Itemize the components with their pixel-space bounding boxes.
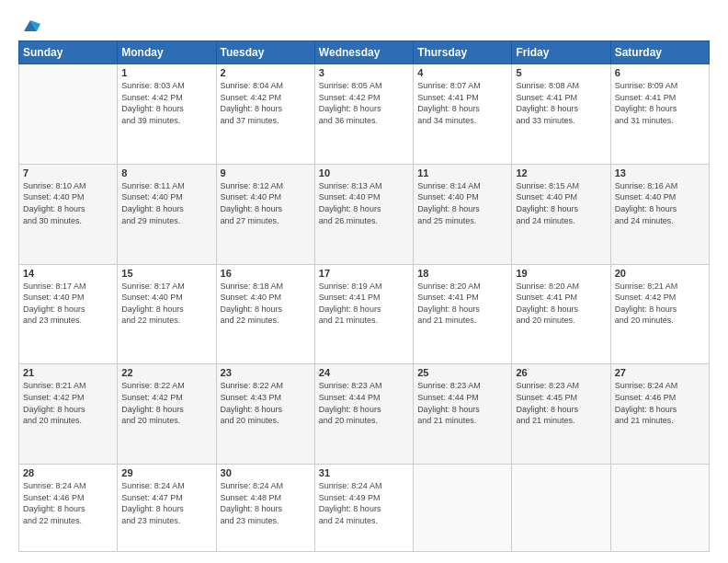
day-header-monday: Monday xyxy=(118,41,216,64)
calendar-week-row: 28Sunrise: 8:24 AM Sunset: 4:46 PM Dayli… xyxy=(19,465,710,552)
calendar-cell: 3Sunrise: 8:05 AM Sunset: 4:42 PM Daylig… xyxy=(314,64,413,165)
day-header-sunday: Sunday xyxy=(19,41,118,64)
day-info: Sunrise: 8:04 AM Sunset: 4:42 PM Dayligh… xyxy=(221,80,311,126)
day-number: 5 xyxy=(516,67,606,78)
day-number: 13 xyxy=(615,167,705,178)
day-info: Sunrise: 8:24 AM Sunset: 4:48 PM Dayligh… xyxy=(221,480,311,526)
calendar-cell: 31Sunrise: 8:24 AM Sunset: 4:49 PM Dayli… xyxy=(314,465,413,552)
calendar-cell: 4Sunrise: 8:07 AM Sunset: 4:41 PM Daylig… xyxy=(414,64,512,165)
day-number: 24 xyxy=(319,367,409,378)
day-info: Sunrise: 8:24 AM Sunset: 4:46 PM Dayligh… xyxy=(615,380,705,426)
calendar-cell: 27Sunrise: 8:24 AM Sunset: 4:46 PM Dayli… xyxy=(610,364,709,465)
day-info: Sunrise: 8:21 AM Sunset: 4:42 PM Dayligh… xyxy=(23,380,113,426)
day-number: 8 xyxy=(121,167,211,178)
calendar-header-row: SundayMondayTuesdayWednesdayThursdayFrid… xyxy=(19,41,710,64)
day-info: Sunrise: 8:10 AM Sunset: 4:40 PM Dayligh… xyxy=(23,180,113,226)
day-info: Sunrise: 8:15 AM Sunset: 4:40 PM Dayligh… xyxy=(516,180,606,226)
calendar-week-row: 14Sunrise: 8:17 AM Sunset: 4:40 PM Dayli… xyxy=(19,264,710,364)
calendar-cell: 6Sunrise: 8:09 AM Sunset: 4:41 PM Daylig… xyxy=(610,64,709,165)
day-info: Sunrise: 8:19 AM Sunset: 4:41 PM Dayligh… xyxy=(319,281,409,327)
day-number: 15 xyxy=(121,268,211,279)
calendar-week-row: 1Sunrise: 8:03 AM Sunset: 4:42 PM Daylig… xyxy=(19,64,710,165)
calendar-cell: 8Sunrise: 8:11 AM Sunset: 4:40 PM Daylig… xyxy=(118,164,216,264)
day-info: Sunrise: 8:03 AM Sunset: 4:42 PM Dayligh… xyxy=(121,80,211,126)
day-number: 9 xyxy=(221,167,311,178)
day-info: Sunrise: 8:24 AM Sunset: 4:49 PM Dayligh… xyxy=(319,480,409,526)
day-info: Sunrise: 8:05 AM Sunset: 4:42 PM Dayligh… xyxy=(319,80,409,126)
header xyxy=(18,15,710,31)
day-number: 25 xyxy=(417,367,507,378)
day-number: 7 xyxy=(23,167,113,178)
day-header-wednesday: Wednesday xyxy=(314,41,413,64)
calendar-cell: 10Sunrise: 8:13 AM Sunset: 4:40 PM Dayli… xyxy=(314,164,413,264)
day-number: 14 xyxy=(23,268,113,279)
calendar-cell: 2Sunrise: 8:04 AM Sunset: 4:42 PM Daylig… xyxy=(216,64,314,165)
day-info: Sunrise: 8:16 AM Sunset: 4:40 PM Dayligh… xyxy=(615,180,705,226)
day-header-thursday: Thursday xyxy=(414,41,512,64)
day-number: 2 xyxy=(221,67,311,78)
day-number: 26 xyxy=(516,367,606,378)
calendar-cell: 30Sunrise: 8:24 AM Sunset: 4:48 PM Dayli… xyxy=(216,465,314,552)
day-info: Sunrise: 8:12 AM Sunset: 4:40 PM Dayligh… xyxy=(221,180,311,226)
day-info: Sunrise: 8:07 AM Sunset: 4:41 PM Dayligh… xyxy=(417,80,507,126)
day-number: 29 xyxy=(121,467,211,478)
calendar-cell: 9Sunrise: 8:12 AM Sunset: 4:40 PM Daylig… xyxy=(216,164,314,264)
day-info: Sunrise: 8:14 AM Sunset: 4:40 PM Dayligh… xyxy=(417,180,507,226)
calendar-week-row: 21Sunrise: 8:21 AM Sunset: 4:42 PM Dayli… xyxy=(19,364,710,465)
calendar-cell: 22Sunrise: 8:22 AM Sunset: 4:42 PM Dayli… xyxy=(118,364,216,465)
calendar-cell: 12Sunrise: 8:15 AM Sunset: 4:40 PM Dayli… xyxy=(512,164,610,264)
day-number: 11 xyxy=(417,167,507,178)
day-number: 17 xyxy=(319,268,409,279)
calendar-cell: 28Sunrise: 8:24 AM Sunset: 4:46 PM Dayli… xyxy=(19,465,118,552)
calendar-cell: 15Sunrise: 8:17 AM Sunset: 4:40 PM Dayli… xyxy=(118,264,216,364)
day-info: Sunrise: 8:20 AM Sunset: 4:41 PM Dayligh… xyxy=(417,281,507,327)
day-info: Sunrise: 8:22 AM Sunset: 4:42 PM Dayligh… xyxy=(121,380,211,426)
day-info: Sunrise: 8:13 AM Sunset: 4:40 PM Dayligh… xyxy=(319,180,409,226)
calendar-cell: 16Sunrise: 8:18 AM Sunset: 4:40 PM Dayli… xyxy=(216,264,314,364)
calendar-cell xyxy=(414,465,512,552)
day-number: 27 xyxy=(615,367,705,378)
day-header-tuesday: Tuesday xyxy=(216,41,314,64)
day-number: 18 xyxy=(417,268,507,279)
day-number: 19 xyxy=(516,268,606,279)
day-number: 4 xyxy=(417,67,507,78)
calendar-cell xyxy=(610,465,709,552)
day-info: Sunrise: 8:21 AM Sunset: 4:42 PM Dayligh… xyxy=(615,281,705,327)
calendar-cell: 21Sunrise: 8:21 AM Sunset: 4:42 PM Dayli… xyxy=(19,364,118,465)
day-number: 16 xyxy=(221,268,311,279)
day-info: Sunrise: 8:23 AM Sunset: 4:45 PM Dayligh… xyxy=(516,380,606,426)
calendar-cell: 26Sunrise: 8:23 AM Sunset: 4:45 PM Dayli… xyxy=(512,364,610,465)
day-number: 23 xyxy=(221,367,311,378)
day-info: Sunrise: 8:09 AM Sunset: 4:41 PM Dayligh… xyxy=(615,80,705,126)
calendar-cell: 23Sunrise: 8:22 AM Sunset: 4:43 PM Dayli… xyxy=(216,364,314,465)
day-number: 20 xyxy=(615,268,705,279)
day-number: 21 xyxy=(23,367,113,378)
day-info: Sunrise: 8:08 AM Sunset: 4:41 PM Dayligh… xyxy=(516,80,606,126)
calendar-cell xyxy=(512,465,610,552)
day-header-friday: Friday xyxy=(512,41,610,64)
day-number: 1 xyxy=(121,67,211,78)
day-info: Sunrise: 8:20 AM Sunset: 4:41 PM Dayligh… xyxy=(516,281,606,327)
day-number: 22 xyxy=(121,367,211,378)
calendar-cell: 1Sunrise: 8:03 AM Sunset: 4:42 PM Daylig… xyxy=(118,64,216,165)
day-info: Sunrise: 8:17 AM Sunset: 4:40 PM Dayligh… xyxy=(121,281,211,327)
day-info: Sunrise: 8:24 AM Sunset: 4:46 PM Dayligh… xyxy=(23,480,113,526)
day-number: 28 xyxy=(23,467,113,478)
day-info: Sunrise: 8:24 AM Sunset: 4:47 PM Dayligh… xyxy=(121,480,211,526)
calendar-cell: 17Sunrise: 8:19 AM Sunset: 4:41 PM Dayli… xyxy=(314,264,413,364)
day-number: 6 xyxy=(615,67,705,78)
logo xyxy=(18,15,40,31)
calendar-week-row: 7Sunrise: 8:10 AM Sunset: 4:40 PM Daylig… xyxy=(19,164,710,264)
calendar-cell: 11Sunrise: 8:14 AM Sunset: 4:40 PM Dayli… xyxy=(414,164,512,264)
calendar-cell: 20Sunrise: 8:21 AM Sunset: 4:42 PM Dayli… xyxy=(610,264,709,364)
calendar-cell: 7Sunrise: 8:10 AM Sunset: 4:40 PM Daylig… xyxy=(19,164,118,264)
calendar-cell: 18Sunrise: 8:20 AM Sunset: 4:41 PM Dayli… xyxy=(414,264,512,364)
calendar-cell: 14Sunrise: 8:17 AM Sunset: 4:40 PM Dayli… xyxy=(19,264,118,364)
day-header-saturday: Saturday xyxy=(610,41,709,64)
page: SundayMondayTuesdayWednesdayThursdayFrid… xyxy=(0,0,728,563)
calendar-table: SundayMondayTuesdayWednesdayThursdayFrid… xyxy=(18,40,710,552)
day-number: 10 xyxy=(319,167,409,178)
logo-icon xyxy=(20,15,40,35)
calendar-cell: 24Sunrise: 8:23 AM Sunset: 4:44 PM Dayli… xyxy=(314,364,413,465)
day-number: 12 xyxy=(516,167,606,178)
